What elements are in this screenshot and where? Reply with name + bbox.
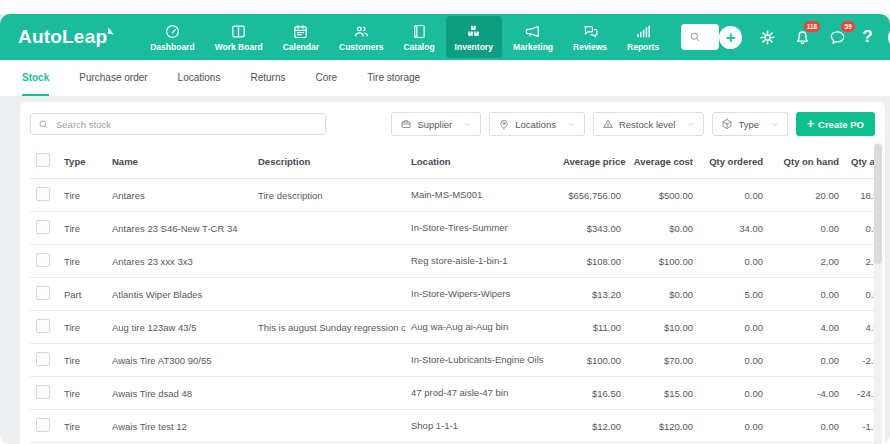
cell-qty-available: -1.00 bbox=[845, 410, 875, 443]
cell-average-price: $12.00 bbox=[557, 410, 627, 443]
table-row[interactable]: TireAntares 23 S46-New T-CR 34In-Store-T… bbox=[30, 212, 875, 245]
nav-item-calendar[interactable]: Calendar bbox=[274, 16, 328, 58]
cell-qty-available: -2.00 bbox=[845, 344, 875, 377]
row-checkbox[interactable] bbox=[36, 385, 50, 399]
cell-description bbox=[252, 344, 405, 377]
cell-average-price: $656,756.00 bbox=[557, 179, 627, 212]
nav-item-customers[interactable]: Customers bbox=[330, 16, 392, 58]
cell-location: In-Store-Lubricants-Engine Oils bbox=[405, 344, 557, 377]
quick-add-button[interactable]: + bbox=[719, 26, 742, 49]
cell-qty-on-hand: 0.00 bbox=[769, 278, 845, 311]
cell-qty-on-hand: 0.00 bbox=[769, 410, 845, 443]
cell-location: Shop 1-1-1 bbox=[405, 410, 557, 443]
stock-search-input[interactable] bbox=[54, 118, 318, 131]
cell-type: Tire bbox=[58, 410, 106, 443]
header-actions: + 118 59 ? JS John Admin bbox=[719, 25, 890, 50]
dropdown-type[interactable]: Type bbox=[712, 112, 788, 136]
row-checkbox[interactable] bbox=[36, 352, 50, 366]
customer-search[interactable] bbox=[681, 24, 719, 50]
dashboard-icon bbox=[164, 23, 181, 40]
cell-name: Antares 23 xxx 3x3 bbox=[106, 245, 252, 278]
nav-item-marketing[interactable]: Marketing bbox=[504, 16, 562, 58]
scrollbar-track[interactable] bbox=[874, 142, 882, 444]
search-icon bbox=[38, 119, 49, 130]
cell-qty-ordered: 34.00 bbox=[699, 212, 769, 245]
table-row[interactable]: TireAug tire 123aw 43/5This is august Su… bbox=[30, 311, 875, 344]
nav-item-catalog[interactable]: Catalog bbox=[394, 16, 443, 58]
cell-location: In-Store-Tires-Summer bbox=[405, 212, 557, 245]
supplier-icon bbox=[400, 118, 412, 130]
notifications-badge: 118 bbox=[804, 21, 821, 32]
chevron-down-icon bbox=[770, 120, 779, 129]
cell-name: Antares bbox=[106, 179, 252, 212]
cell-average-cost: $120.00 bbox=[627, 410, 699, 443]
settings-button[interactable] bbox=[757, 27, 777, 47]
search-icon bbox=[689, 31, 701, 43]
notifications-button[interactable]: 118 bbox=[792, 27, 812, 47]
tab-tire-storage[interactable]: Tire storage bbox=[367, 60, 420, 96]
cell-qty-ordered: 0.00 bbox=[699, 179, 769, 212]
tab-returns[interactable]: Returns bbox=[250, 60, 285, 96]
nav-item-work-board[interactable]: Work Board bbox=[206, 16, 272, 58]
nav-item-inventory[interactable]: Inventory bbox=[446, 16, 502, 58]
col-name: Name bbox=[106, 144, 252, 179]
row-checkbox[interactable] bbox=[36, 418, 50, 432]
cell-average-cost: $15.00 bbox=[627, 377, 699, 410]
nav-item-reviews[interactable]: Reviews bbox=[564, 16, 616, 58]
cell-location: 47 prod-47 aisle-47 bin bbox=[405, 377, 557, 410]
dropdown-supplier[interactable]: Supplier bbox=[391, 112, 481, 136]
app-window: AutoLeap DashboardWork BoardCalendarCust… bbox=[0, 0, 890, 444]
messages-badge: 59 bbox=[841, 21, 855, 32]
table-row[interactable]: TireAwais Tire AT300 90/55In-Store-Lubri… bbox=[30, 344, 875, 377]
cell-average-cost: $0.00 bbox=[627, 212, 699, 245]
select-all-checkbox[interactable] bbox=[36, 153, 50, 167]
row-checkbox[interactable] bbox=[36, 220, 50, 234]
stock-search[interactable] bbox=[30, 113, 326, 135]
table-row[interactable]: TireAntares 23 xxx 3x3Reg store-aisle-1-… bbox=[30, 245, 875, 278]
scrollbar-thumb[interactable] bbox=[874, 144, 882, 264]
cell-name: Atlantis Wiper Blades bbox=[106, 278, 252, 311]
nav-item-reports[interactable]: Reports bbox=[618, 16, 668, 58]
cell-description bbox=[252, 377, 405, 410]
row-checkbox[interactable] bbox=[36, 319, 50, 333]
nav-item-dashboard[interactable]: Dashboard bbox=[141, 16, 203, 58]
window-top-strip bbox=[0, 0, 890, 14]
chevron-down-icon bbox=[686, 120, 695, 129]
table-row[interactable]: TireAntaresTire descriptionMain-MS-MS001… bbox=[30, 179, 875, 212]
cell-description bbox=[252, 410, 405, 443]
reports-icon bbox=[635, 23, 652, 40]
tab-core[interactable]: Core bbox=[315, 60, 337, 96]
row-checkbox[interactable] bbox=[36, 187, 50, 201]
col-location: Location bbox=[405, 144, 557, 179]
customer-search-input[interactable] bbox=[707, 31, 711, 44]
tab-stock[interactable]: Stock bbox=[22, 60, 49, 96]
row-checkbox[interactable] bbox=[36, 253, 50, 267]
table-row[interactable]: TireAwais Tire test 12Shop 1-1-1$12.00$1… bbox=[30, 410, 875, 443]
customers-icon bbox=[353, 23, 370, 40]
cell-location: Reg store-aisle-1-bin-1 bbox=[405, 245, 557, 278]
reviews-icon bbox=[582, 23, 599, 40]
tab-purchase-order[interactable]: Purchase order bbox=[79, 60, 147, 96]
cell-qty-on-hand: 0.00 bbox=[769, 344, 845, 377]
tab-locations[interactable]: Locations bbox=[178, 60, 221, 96]
cell-type: Tire bbox=[58, 212, 106, 245]
table-row[interactable]: TireAwais Tire dsad 4847 prod-47 aisle-4… bbox=[30, 377, 875, 410]
create-po-button[interactable]: +Create PO bbox=[796, 112, 875, 136]
cell-qty-available: 4.00 bbox=[845, 311, 875, 344]
col-type: Type bbox=[58, 144, 106, 179]
dropdown-locations[interactable]: Locations bbox=[489, 112, 585, 136]
dropdown-restock-level[interactable]: Restock level bbox=[593, 112, 705, 136]
cell-qty-ordered: 0.00 bbox=[699, 410, 769, 443]
cell-qty-on-hand: 2.00 bbox=[769, 245, 845, 278]
col-average-price: Average price bbox=[557, 144, 627, 179]
cell-qty-available: 0.00 bbox=[845, 278, 875, 311]
cell-description: Tire description bbox=[252, 179, 405, 212]
cell-description bbox=[252, 245, 405, 278]
messages-button[interactable]: 59 bbox=[827, 27, 847, 47]
row-checkbox[interactable] bbox=[36, 286, 50, 300]
help-button[interactable]: ? bbox=[862, 27, 872, 47]
cell-average-cost: $10.00 bbox=[627, 311, 699, 344]
table-row[interactable]: PartAtlantis Wiper BladesIn-Store-Wipers… bbox=[30, 278, 875, 311]
cell-qty-ordered: 0.00 bbox=[699, 245, 769, 278]
filter-row: SupplierLocationsRestock levelType +Crea… bbox=[20, 102, 885, 144]
